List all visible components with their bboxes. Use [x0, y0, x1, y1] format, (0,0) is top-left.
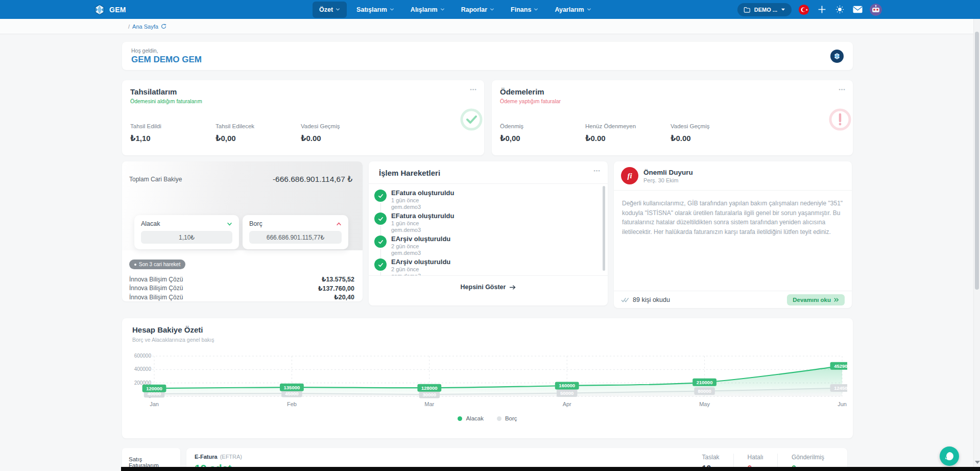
- welcome-greeting: Hoş geldin,: [131, 48, 202, 54]
- svg-text:128000: 128000: [421, 385, 438, 391]
- collections-subtitle: Ödemesini aldığım faturalarım: [130, 98, 476, 104]
- stat-label: Vadesi Geçmiş: [301, 123, 386, 129]
- list-scrollbar-thumb[interactable]: [603, 186, 605, 271]
- stat-value: ₺1,10: [130, 134, 216, 143]
- activity-user: gem.demo3: [391, 227, 608, 233]
- menu-item-raporlar[interactable]: Raporlar: [455, 2, 501, 18]
- stat-value: ₺0.00: [671, 134, 756, 143]
- movement-row[interactable]: İnnova Bilişim Çözü ₺13.575,52: [129, 275, 354, 284]
- more-options-icon[interactable]: ●●●: [839, 87, 846, 91]
- breadcrumb: / Ana Sayfa: [128, 23, 166, 30]
- top-navbar: GEM Özet Satışlarım Alışlarım Raporlar F…: [0, 0, 980, 19]
- svg-text:May: May: [699, 401, 710, 407]
- stat-value: ₺0.00: [585, 134, 671, 143]
- sun-icon: [835, 5, 844, 14]
- svg-text:160000: 160000: [559, 383, 575, 388]
- chart-legend: Alacak Borç: [122, 415, 853, 421]
- balance-title: Toplam Cari Bakiye: [129, 176, 182, 183]
- gem-logo-icon: [93, 4, 106, 16]
- stat-label: Gönderilmiş: [792, 454, 824, 461]
- balance-summary-card: Hesap Bakiye Özeti Borç ve Alacaklarınız…: [122, 318, 853, 438]
- scrollbar-down-arrow[interactable]: [975, 461, 980, 464]
- welcome-username: GEM DEMO GEM: [131, 55, 202, 65]
- payments-card: Ödemelerim Ödeme yaptığım faturalar ●●● …: [492, 80, 853, 155]
- svg-text:124500: 124500: [834, 385, 847, 391]
- chevron-down-icon: [336, 7, 340, 12]
- stat-col: Tahsil Edilecek ₺0,00: [216, 123, 301, 143]
- user-avatar[interactable]: [870, 4, 882, 16]
- legend-dot: [497, 416, 501, 421]
- read-count: 89 kişi okudu: [621, 296, 670, 303]
- movement-row[interactable]: İnnova Bilişim Çözü ₺137.760,00: [129, 284, 354, 293]
- read-count-label: 89 kişi okudu: [633, 296, 670, 303]
- theme-toggle-button[interactable]: [834, 4, 845, 15]
- chevron-up-icon[interactable]: [336, 221, 342, 227]
- menu-item-ozet[interactable]: Özet: [313, 2, 347, 18]
- menu-item-alislarim[interactable]: Alışlarım: [404, 2, 451, 18]
- stat-col: Vadesi Geçmiş ₺0.00: [301, 123, 386, 143]
- activity-item[interactable]: EFatura oluşturuldu 1 gün önce gem.demo3: [374, 189, 608, 212]
- page-scrollbar[interactable]: [973, 19, 980, 471]
- svg-text:135000: 135000: [284, 385, 300, 390]
- robot-avatar-icon: [870, 4, 882, 16]
- svg-text:50000: 50000: [560, 390, 573, 396]
- movement-row[interactable]: İnnova Bilişim Çözü ₺20,40: [129, 293, 354, 301]
- announcement-date: Perş. 30 Ekim: [643, 177, 693, 183]
- legend-item-alacak[interactable]: Alacak: [458, 415, 484, 421]
- messages-button[interactable]: [852, 4, 863, 15]
- language-flag-button[interactable]: [798, 4, 809, 15]
- menu-label: Satışlarım: [356, 6, 387, 13]
- chat-widget-button[interactable]: [940, 446, 959, 466]
- activities-card: İşlem Hareketleri ●●● EFatura oluşturuld…: [369, 161, 608, 305]
- announcement-title: Önemli Duyuru: [643, 169, 693, 176]
- legend-label: Borç: [505, 415, 517, 421]
- activity-item[interactable]: EArşiv oluşturuldu 2 gün önce gem.demo3: [374, 258, 608, 275]
- menu-label: Finans: [511, 6, 531, 13]
- activity-item[interactable]: EArşiv oluşturuldu 2 gün önce gem.demo3: [374, 235, 608, 258]
- movement-amount: ₺13.575,52: [322, 275, 354, 283]
- activity-time: 1 gün önce: [391, 220, 608, 226]
- scrollbar-thumb[interactable]: [975, 32, 979, 290]
- legend-item-borc[interactable]: Borç: [497, 415, 517, 421]
- menu-label: Ayarlarım: [555, 6, 584, 13]
- company-selector[interactable]: DEMO ...: [737, 3, 792, 16]
- chart-subtitle: Borç ve Alacaklarınıza genel bakış: [132, 337, 843, 343]
- svg-text:Jan: Jan: [150, 401, 159, 407]
- show-all-link[interactable]: Hepsini Göster: [369, 276, 608, 298]
- check-icon: [374, 190, 387, 202]
- collections-stats: Tahsil Edildi ₺1,10 Tahsil Edilecek ₺0,0…: [130, 123, 386, 143]
- stat-col: Ödenmiş ₺0,00: [500, 123, 585, 143]
- company-avatar[interactable]: [830, 50, 844, 63]
- check-icon: [374, 236, 387, 248]
- payments-subtitle: Ödeme yaptığım faturalar: [500, 98, 845, 104]
- menu-item-finans[interactable]: Finans: [504, 2, 545, 18]
- activity-item[interactable]: EFatura oluşturuldu 1 gün önce gem.demo3: [374, 212, 608, 235]
- brand[interactable]: GEM: [93, 0, 126, 19]
- activity-user: gem.demo3: [391, 204, 608, 210]
- activities-list: EFatura oluşturuldu 1 gün önce gem.demo3…: [369, 184, 608, 275]
- menu-item-ayarlarim[interactable]: Ayarlarım: [548, 2, 597, 18]
- chat-bubble-icon: [944, 451, 954, 461]
- recent-movements-badge: Son 3 cari hareket: [129, 260, 185, 269]
- chevron-down-icon[interactable]: [227, 221, 232, 227]
- movements-list: İnnova Bilişim Çözü ₺13.575,52 İnnova Bi…: [129, 275, 354, 301]
- stat-col: Henüz Ödenmeyen ₺0.00: [585, 123, 671, 143]
- read-more-button[interactable]: Devamını oku: [787, 294, 845, 305]
- breadcrumb-home-link[interactable]: Ana Sayfa: [132, 23, 158, 30]
- navbar-actions: DEMO ...: [737, 0, 882, 19]
- chevrons-right-icon: [834, 297, 839, 302]
- caret-down-icon: [781, 7, 785, 12]
- welcome-text: Hoş geldin, GEM DEMO GEM: [131, 48, 202, 65]
- add-button[interactable]: [816, 4, 827, 15]
- menu-label: Özet: [319, 6, 333, 13]
- more-options-icon[interactable]: ●●●: [470, 87, 477, 91]
- more-options-icon[interactable]: ●●●: [593, 169, 601, 173]
- efatura-label: E-Fatura: [195, 454, 218, 460]
- main-menu: Özet Satışlarım Alışlarım Raporlar Finan…: [313, 0, 598, 19]
- refresh-icon[interactable]: [161, 23, 166, 29]
- menu-label: Raporlar: [461, 6, 487, 13]
- announcement-footer: 89 kişi okudu Devamını oku: [614, 291, 852, 308]
- menu-item-satislarim[interactable]: Satışlarım: [350, 2, 401, 18]
- collections-card: Tahsilatlarım Ödemesini aldığım faturala…: [122, 80, 484, 155]
- debit-value: 666.686.901.115,77₺: [249, 231, 342, 244]
